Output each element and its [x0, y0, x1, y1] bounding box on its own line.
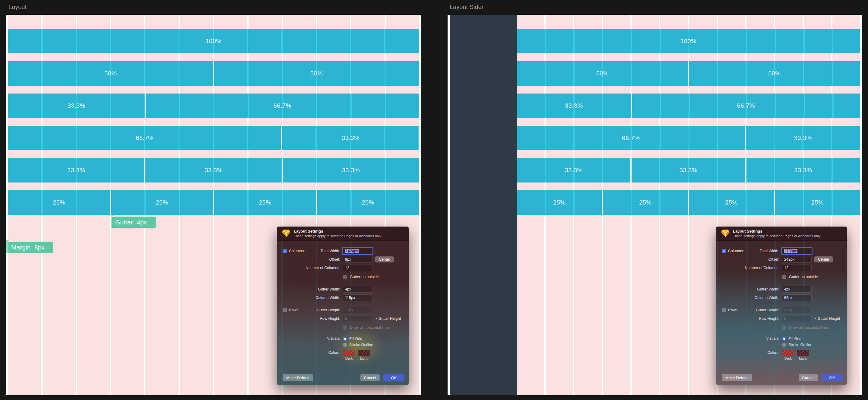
grid-bar: 100% — [517, 29, 860, 53]
bar-percent-label: 66.7% — [136, 134, 154, 142]
cancel-button[interactable]: Cancel — [361, 374, 380, 381]
grid-bar: 100% — [8, 29, 419, 53]
bar-percent-label: 25% — [811, 199, 824, 206]
gutter-on-outside-label: Gutter on outside — [789, 275, 818, 279]
grid-bar-row: 50%50% — [517, 61, 860, 86]
fill-grid-radio[interactable] — [343, 337, 347, 341]
bar-percent-label: 25% — [259, 199, 272, 206]
grid-bar: 33.3% — [8, 94, 145, 118]
columns-checkbox-label: Columns: — [728, 249, 744, 253]
gutter-on-outside-checkbox[interactable] — [343, 275, 347, 279]
offset-label: Offset: — [768, 257, 779, 261]
gutter-width-label: Gutter Width: — [757, 287, 779, 291]
gutter-width-input[interactable]: 4px — [343, 286, 372, 293]
dialog-header-text: Layout Settings These settings apply to … — [733, 229, 821, 238]
grid-bar: 25% — [214, 190, 316, 215]
grid-bar-row: 33.3%33.3%33.3% — [517, 158, 860, 183]
dark-color-swatch[interactable] — [343, 350, 355, 356]
rows-checkbox[interactable] — [283, 308, 287, 312]
layout-settings-dialog: Layout Settings These settings apply to … — [277, 226, 409, 385]
margin-measure-label: Margin 8px — [6, 242, 53, 253]
make-default-button[interactable]: Make Default — [283, 374, 313, 381]
gutter-width-label: Gutter Width: — [318, 287, 340, 291]
draw-all-horizontal-lines-checkbox — [343, 326, 347, 330]
fill-grid-label: Fill Grid — [788, 337, 801, 341]
artboard-title-layout-sider[interactable]: Layout Sider — [450, 4, 484, 10]
gutter-width-input[interactable]: 4px — [782, 286, 812, 293]
bar-percent-label: 25% — [53, 199, 65, 206]
bar-percent-label: 50% — [768, 70, 781, 77]
layout-settings-dialog-sider: Layout Settings These settings apply to … — [716, 226, 847, 385]
offset-input[interactable]: 8px — [343, 256, 372, 263]
grid-rows: 100%50%50%33.3%66.7%66.7%33.3%33.3%33.3%… — [517, 29, 860, 223]
bar-percent-label: 33.3% — [794, 167, 812, 174]
grid-bar: 33.3% — [517, 158, 630, 183]
colors-label: Colors: — [767, 350, 779, 355]
grid-bar-row: 66.7%33.3% — [517, 126, 860, 150]
dark-swatch-label: Dark — [782, 357, 794, 360]
artboard-title-layout[interactable]: Layout — [8, 4, 27, 10]
column-width-input[interactable]: 96px — [782, 295, 812, 301]
number-of-columns-input[interactable]: 12 — [782, 265, 812, 271]
grid-bar: 33.3% — [282, 126, 419, 150]
grid-bar: 33.3% — [746, 158, 860, 183]
bar-percent-label: 33.3% — [565, 167, 583, 174]
grid-bar-row: 25%25%25%25% — [8, 190, 419, 215]
gutter-height-label: Gutter Height: — [317, 308, 340, 312]
columns-checkbox-label: Columns: — [289, 249, 305, 253]
light-color-swatch[interactable] — [358, 350, 370, 356]
offset-input[interactable]: 242px — [782, 256, 812, 263]
row-height-input: 5 — [782, 315, 812, 322]
bar-percent-label: 100% — [206, 38, 221, 44]
dark-color-swatch[interactable] — [782, 350, 794, 356]
sketch-logo-icon — [282, 229, 291, 238]
total-width-input[interactable]: 1424px — [343, 248, 372, 254]
total-width-input[interactable]: 1190px — [782, 248, 812, 254]
dark-swatch-group: Dark — [782, 350, 794, 360]
grid-bar: 33.3% — [145, 158, 281, 183]
grid-bar-row: 100% — [8, 29, 419, 53]
dialog-footer: Make Default Cancel OK — [277, 374, 409, 385]
rows-checkbox[interactable] — [722, 308, 726, 312]
make-default-button[interactable]: Make Default — [722, 374, 752, 381]
bar-percent-label: 25% — [156, 199, 168, 206]
bar-percent-label: 66.7% — [737, 102, 755, 109]
draw-all-horizontal-lines-checkbox — [782, 326, 786, 330]
columns-checkbox[interactable]: ✓ — [722, 249, 726, 253]
grid-bar: 25% — [689, 190, 774, 215]
grid-bar-row: 33.3%33.3%33.3% — [8, 158, 419, 183]
gutter-on-outside-checkbox[interactable] — [782, 275, 786, 279]
number-of-columns-input[interactable]: 12 — [343, 265, 372, 271]
bar-percent-label: 50% — [596, 70, 609, 77]
row-height-input: 5 — [343, 315, 372, 322]
stroke-outline-label: Stroke Outline — [349, 343, 373, 347]
ok-button[interactable]: OK — [383, 374, 404, 381]
row-height-label: Row Height: — [320, 316, 340, 321]
visuals-label: Visuals: — [327, 336, 340, 341]
grid-bar: 50% — [689, 61, 860, 86]
center-button[interactable]: Center — [375, 256, 394, 263]
grid-bar: 33.3% — [631, 158, 745, 183]
stroke-outline-radio[interactable] — [343, 343, 347, 347]
column-width-input[interactable]: 115px — [343, 295, 372, 301]
grid-bar: 25% — [111, 190, 213, 215]
gutter-height-label: Gutter Height: — [756, 308, 779, 312]
bar-percent-label: 25% — [639, 199, 652, 206]
stroke-outline-radio[interactable] — [782, 343, 786, 347]
bar-percent-label: 33.3% — [794, 134, 812, 142]
bar-percent-label: 33.3% — [565, 102, 583, 109]
sketch-logo-icon — [721, 229, 730, 238]
grid-bar: 25% — [603, 190, 688, 215]
ok-button[interactable]: OK — [822, 374, 843, 381]
grid-bar: 66.7% — [517, 126, 745, 150]
columns-checkbox[interactable]: ✓ — [283, 249, 287, 253]
cancel-button[interactable]: Cancel — [799, 374, 818, 381]
dark-swatch-label: Dark — [343, 357, 355, 360]
grid-bar: 25% — [775, 190, 860, 215]
fill-grid-radio[interactable] — [782, 337, 786, 341]
stroke-outline-label: Stroke Outline — [788, 343, 812, 347]
divider — [748, 334, 843, 334]
center-button[interactable]: Center — [814, 256, 833, 263]
grid-bar-row: 33.3%66.7% — [517, 94, 860, 118]
light-color-swatch[interactable] — [797, 350, 809, 356]
